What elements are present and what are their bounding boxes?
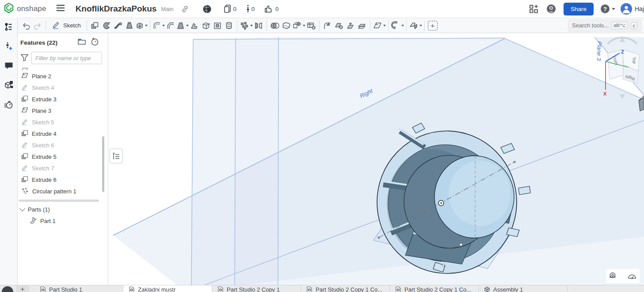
- reference-manager-icon[interactable]: ?: [3, 80, 15, 91]
- app-store-icon[interactable]: [529, 4, 539, 14]
- tab-zakladni-mustr[interactable]: Zakladni mustr: [123, 285, 212, 292]
- document-title[interactable]: KnoflikDrazkaPokus: [76, 4, 157, 14]
- boolean-tool[interactable]: [269, 19, 281, 32]
- part-row-part1[interactable]: Part 1: [18, 215, 108, 227]
- dropdown-caret-icon: [401, 25, 404, 27]
- curve-tool[interactable]: [391, 19, 404, 32]
- circular-pattern-feature-icon: [21, 187, 29, 196]
- sweep-tool[interactable]: [112, 19, 124, 32]
- link-icon[interactable]: [181, 5, 189, 13]
- feature-row-extrude5[interactable]: Extrude 5: [18, 151, 108, 162]
- model-canvas[interactable]: Plane 1 Right Plane 3: [108, 33, 644, 285]
- feature-row-extrude6[interactable]: Extrude 6: [18, 174, 108, 185]
- brand-text: onshape: [17, 4, 46, 13]
- tab-assembly-1[interactable]: Assembly 1: [479, 285, 568, 292]
- help-caret-icon: [612, 8, 615, 10]
- mass-properties-icon[interactable]: [626, 270, 638, 282]
- tape-measure-icon[interactable]: [608, 270, 619, 282]
- thicken-tool[interactable]: [135, 19, 148, 32]
- feature-label: Extrude 4: [32, 131, 57, 137]
- cylinder-tool[interactable]: [223, 19, 235, 32]
- revolve-tool[interactable]: [101, 19, 112, 32]
- chamfer-tool[interactable]: [165, 19, 176, 32]
- tab-label: Zakladni mustr: [138, 286, 175, 292]
- search-tools[interactable]: Search tools... alt/⌥ c: [568, 19, 641, 32]
- modify-fillet-tool[interactable]: [322, 19, 333, 32]
- draft-tool[interactable]: [176, 19, 189, 32]
- shell-tool[interactable]: [200, 19, 212, 32]
- learning-center-icon[interactable]: [546, 4, 556, 14]
- tab-part-studio-2-copy-1-co-b[interactable]: Part Studio 2 Copy 1 Co...: [390, 285, 479, 292]
- onshape-logo[interactable]: onshape: [0, 3, 46, 15]
- public-globe-icon[interactable]: [202, 4, 212, 14]
- activity-icon[interactable]: [246, 4, 250, 13]
- main-menu-icon[interactable]: [56, 4, 65, 13]
- feature-label: Plane 3: [32, 108, 51, 114]
- loft-tool[interactable]: [124, 19, 135, 32]
- comments-icon[interactable]: [3, 60, 15, 72]
- share-button[interactable]: Share: [564, 3, 594, 15]
- plane3-label[interactable]: Plane 3: [595, 41, 603, 61]
- help-messenger-button[interactable]: [2, 286, 13, 292]
- construction-planes[interactable]: Plane 1 Right Plane 3: [113, 37, 644, 285]
- tab-bar: + Part Studio 1 Zakladni mustr Part Stud…: [0, 285, 644, 292]
- measure-tools: [606, 269, 640, 283]
- feature-row-plane3[interactable]: Plane 3: [18, 105, 108, 116]
- view-cube-top-label: Top: [632, 57, 637, 64]
- offset-surface-tool[interactable]: [356, 19, 368, 32]
- follow-mode-icon[interactable]: [3, 41, 15, 52]
- parts-section-header[interactable]: Parts (1): [18, 204, 108, 215]
- tab-label: Part Studio 1: [49, 286, 82, 292]
- search-tools-placeholder: Search tools...: [572, 22, 609, 29]
- plane-tool[interactable]: [373, 19, 386, 32]
- tab-part-studio-2-copy-1-co-a[interactable]: Part Studio 2 Copy 1 Co...: [301, 285, 390, 292]
- feature-label: Extrude 3: [32, 96, 57, 103]
- rollback-history-icon[interactable]: [91, 38, 99, 47]
- copy-workspace-icon[interactable]: [223, 4, 232, 13]
- feature-list-scrollbar[interactable]: [102, 136, 104, 192]
- feature-label: Extrude 5: [32, 154, 57, 160]
- delete-part-tool[interactable]: [305, 19, 317, 32]
- fillet-tool[interactable]: [152, 19, 165, 32]
- feature-row-sketch4[interactable]: Sketch 4: [18, 82, 108, 93]
- surface-tool[interactable]: [409, 19, 422, 32]
- transform-tool[interactable]: [292, 19, 305, 32]
- feature-row-sketch7[interactable]: Sketch 7: [18, 162, 108, 174]
- rib-tool[interactable]: [189, 19, 200, 32]
- feature-row-plane2[interactable]: Plane 2: [18, 70, 108, 82]
- help-menu[interactable]: ?: [600, 4, 615, 14]
- feature-row-sketch6[interactable]: Sketch 6: [18, 139, 108, 151]
- feature-row-extrude3[interactable]: Extrude 3: [18, 93, 108, 105]
- avatar[interactable]: [621, 3, 632, 15]
- feature-row-circular-pattern1[interactable]: Circular pattern 1: [18, 185, 108, 197]
- filter-funnel-icon[interactable]: [20, 54, 29, 63]
- feature-dialog-flyout-button[interactable]: [110, 149, 123, 163]
- new-tab-button[interactable]: +: [16, 285, 29, 292]
- hole-tool[interactable]: [212, 19, 223, 32]
- new-folder-icon[interactable]: [77, 38, 86, 47]
- tab-part-studio-2-copy-1[interactable]: Part Studio 2 Copy 1: [212, 285, 301, 292]
- feature-row-extrude4[interactable]: Extrude 4: [18, 128, 108, 139]
- filter-input[interactable]: [31, 52, 102, 64]
- redo-button[interactable]: [32, 19, 43, 32]
- sketch-button[interactable]: Sketch: [48, 19, 84, 32]
- feature-list-panel-icon[interactable]: [3, 21, 15, 33]
- delete-face-tool[interactable]: [333, 19, 345, 32]
- graphics-viewport[interactable]: Plane 1 Right Plane 3: [108, 33, 644, 285]
- tab-part-studio-1[interactable]: Part Studio 1: [34, 285, 123, 292]
- move-face-tool[interactable]: [345, 19, 356, 32]
- dropdown-caret-icon: [303, 25, 305, 27]
- feature-row-sketch5[interactable]: Sketch 5: [18, 116, 108, 128]
- tab-label: Part Studio 2 Copy 1 Co...: [404, 286, 471, 292]
- split-tool[interactable]: [281, 19, 292, 32]
- like-icon[interactable]: [264, 4, 274, 13]
- pattern-tool[interactable]: [240, 19, 253, 32]
- part-label: Part 1: [40, 218, 56, 224]
- insert-new-item-button[interactable]: +: [427, 19, 438, 32]
- parts-splitter-handle[interactable]: [19, 200, 99, 202]
- mirror-tool[interactable]: [253, 19, 264, 32]
- workspace-name[interactable]: Main: [161, 6, 173, 12]
- history-icon[interactable]: [3, 99, 15, 111]
- extrude-tool[interactable]: [89, 19, 101, 32]
- undo-button[interactable]: [20, 19, 32, 32]
